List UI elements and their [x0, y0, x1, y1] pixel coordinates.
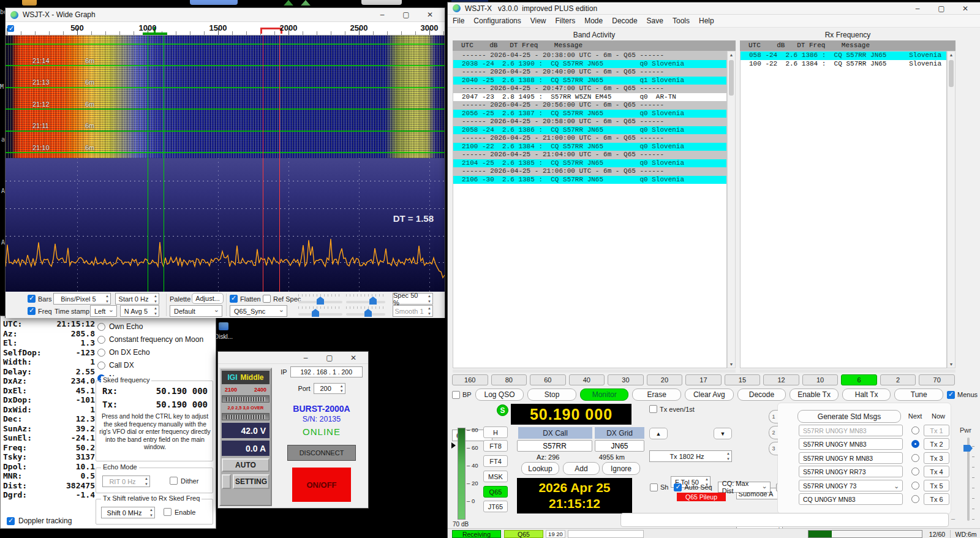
- enable-tx-button[interactable]: Enable Tx: [790, 388, 839, 401]
- band-button-17[interactable]: 17: [685, 374, 722, 385]
- band-button-6[interactable]: 6: [841, 374, 877, 385]
- maximize-icon[interactable]: ▢: [320, 352, 339, 364]
- erase-button[interactable]: Erase: [632, 388, 681, 401]
- mode-button-h[interactable]: H: [483, 426, 508, 438]
- flatten-checkbox[interactable]: Flatten: [230, 293, 261, 305]
- bins-pixel-spinner[interactable]: Bins/Pixel 5: [53, 293, 111, 305]
- tx-next-radio-6[interactable]: [911, 495, 919, 503]
- band-activity-row[interactable]: 2047 -23 2.8 1495 : S57RR W5ZN EM45 q0 A…: [453, 93, 726, 102]
- waterfall-and-spectrum[interactable]: 21:146m21:136m21:126m21:116m21:106m DT =…: [6, 36, 445, 292]
- amp-stub-button[interactable]: [222, 474, 231, 489]
- rx-frequency-row[interactable]: 100 -22 2.6 1384 : CQ S57RR JN65Slovenia: [741, 60, 946, 69]
- band-activity-row[interactable]: ------ 2026-04-25 - 20:56:00 UTC - 6m - …: [453, 101, 726, 110]
- adjust-button[interactable]: Adjust...: [192, 293, 224, 304]
- ref-spec-checkbox[interactable]: Ref Spec: [263, 293, 301, 305]
- band-activity-row[interactable]: 2058 -24 2.6 1386 : CQ S57RR JN65 q0 Slo…: [453, 126, 726, 135]
- menu-item-mode[interactable]: Mode: [584, 17, 603, 25]
- lookup-button[interactable]: Lookup: [521, 462, 559, 475]
- scrollbar-thumb[interactable]: [949, 60, 954, 87]
- disconnect-button[interactable]: DISCONNECT: [287, 445, 356, 461]
- dx-call-field[interactable]: S57RR: [517, 440, 592, 452]
- tx-now-button-2[interactable]: Tx 2: [924, 438, 949, 450]
- band-activity-row[interactable]: ------ 2026-04-25 - 21:00:00 UTC - 6m - …: [453, 134, 726, 143]
- tx-tab-1[interactable]: 1: [769, 410, 778, 423]
- maximize-icon[interactable]: ▢: [932, 2, 951, 15]
- band-button-30[interactable]: 30: [608, 374, 644, 385]
- doppler-option-2[interactable]: Constant frequency on Moon: [97, 335, 203, 344]
- doppler-tracking-checkbox[interactable]: Doppler tracking: [7, 517, 72, 525]
- menu-item-configurations[interactable]: Configurations: [473, 17, 521, 25]
- menu-item-save[interactable]: Save: [647, 17, 663, 25]
- enable-checkbox[interactable]: Enable: [164, 508, 195, 516]
- menu-item-view[interactable]: View: [530, 17, 546, 25]
- time-stamp-select[interactable]: Left: [90, 305, 117, 317]
- smooth-spinner[interactable]: Smooth 1: [393, 305, 433, 317]
- stop-button[interactable]: Stop: [527, 388, 576, 401]
- bars-checkbox[interactable]: Bars: [28, 293, 52, 305]
- doppler-option-4[interactable]: Call DX: [97, 361, 203, 369]
- port-spinner[interactable]: 200: [314, 383, 345, 394]
- tx-now-button-4[interactable]: Tx 4: [924, 466, 949, 477]
- tx-message-1[interactable]: S57RR UN0GY MN83: [799, 425, 903, 436]
- tx-tab-3[interactable]: 3: [769, 442, 778, 455]
- minimize-icon[interactable]: –: [908, 2, 927, 15]
- ip-field[interactable]: 192 . 168 . 1 . 200: [290, 366, 363, 377]
- band-activity-row[interactable]: ------ 2026-04-25 - 20:58:00 UTC - 6m - …: [453, 118, 726, 126]
- waterfall[interactable]: 21:146m21:136m21:126m21:116m21:106m: [6, 36, 445, 158]
- mode-button-jt65[interactable]: JT65: [483, 501, 508, 512]
- wide-graph-titlebar[interactable]: WSJT-X - Wide Graph – ▢ ✕: [6, 8, 445, 22]
- mode-button-msk[interactable]: MSK: [483, 471, 508, 482]
- main-titlebar[interactable]: WSJT-X v3.0.0 improved PLUS edition – ▢ …: [448, 2, 980, 15]
- palette-select[interactable]: Default: [170, 305, 222, 317]
- desktop-icon-disk[interactable]: Diskl...: [214, 322, 233, 341]
- amp-power-slider[interactable]: [222, 413, 270, 420]
- shift-spinner[interactable]: Shift 0 MHz: [101, 507, 155, 518]
- amp-auto-button[interactable]: AUTO: [222, 458, 270, 472]
- band-activity-row[interactable]: 2038 -24 2.6 1390 : CQ S57RR JN65 q0 Slo…: [453, 60, 726, 69]
- tx-next-radio-2[interactable]: [911, 440, 919, 448]
- slider-handle[interactable]: [312, 309, 319, 317]
- burst-titlebar[interactable]: – ▢ ✕: [218, 352, 368, 364]
- scroll-up-icon[interactable]: ▲: [948, 53, 955, 57]
- menu-item-tools[interactable]: Tools: [673, 17, 690, 25]
- rx-frequency-list[interactable]: 058 -24 2.6 1386 : CQ S57RR JN65Slovenia…: [740, 51, 947, 368]
- decode-button[interactable]: Decode: [737, 388, 786, 401]
- slider-handle[interactable]: [364, 309, 372, 317]
- band-button-10[interactable]: 10: [802, 374, 839, 385]
- scrollbar-thumb[interactable]: [729, 60, 734, 96]
- tx-message-6[interactable]: CQ UN0GY MN83: [799, 493, 903, 505]
- rx-frequency-row[interactable]: 058 -24 2.6 1386 : CQ S57RR JN65Slovenia: [741, 51, 946, 60]
- band-activity-row[interactable]: 2056 -25 2.6 1387 : CQ S57RR JN65 q0 Slo…: [453, 110, 726, 118]
- tune-up-button[interactable]: ▲: [649, 428, 668, 439]
- tx-next-radio-4[interactable]: [911, 468, 919, 475]
- tx-now-button-6[interactable]: Tx 6: [924, 493, 949, 505]
- mode-button-ft8[interactable]: FT8: [483, 440, 508, 452]
- doppler-option-3[interactable]: On DX Echo: [97, 348, 203, 357]
- rx-frequency-hscroll[interactable]: [740, 369, 956, 373]
- band-activity-row[interactable]: ------ 2026-04-25 - 21:06:00 UTC - 6m - …: [453, 167, 726, 176]
- generate-std-msgs-button[interactable]: Generate Std Msgs: [797, 410, 901, 423]
- rx-frequency-scrollbar[interactable]: ▲▼: [947, 51, 956, 368]
- band-button-2[interactable]: 2: [880, 374, 916, 385]
- scale-checkbox[interactable]: [7, 25, 14, 32]
- tx-next-radio-1[interactable]: [911, 426, 919, 434]
- s-meter-button[interactable]: S: [497, 404, 508, 416]
- menu-item-filters[interactable]: Filters: [556, 17, 576, 25]
- tune-button[interactable]: Tune: [894, 388, 943, 401]
- menu-item-file[interactable]: File: [453, 17, 464, 25]
- amp-setting-button[interactable]: SETTING: [233, 474, 270, 489]
- tx-message-5[interactable]: S57RR UN0GY 73: [799, 480, 903, 491]
- mode-button-ft4[interactable]: FT4: [483, 455, 508, 467]
- band-activity-row[interactable]: ------ 2026-04-25 - 20:47:00 UTC - 6m - …: [453, 85, 726, 93]
- tune-down-button[interactable]: ▼: [714, 428, 732, 439]
- band-activity-hscroll[interactable]: [453, 369, 736, 373]
- dx-grid-field[interactable]: JN65: [595, 440, 644, 452]
- minimize-icon[interactable]: –: [372, 9, 392, 21]
- tx-message-2[interactable]: S57RR UN0GY MN83: [799, 438, 903, 450]
- pwr-slider-handle[interactable]: [963, 445, 973, 452]
- scroll-up-icon[interactable]: ▲: [728, 53, 735, 57]
- spec-percent-spinner[interactable]: Spec 50 %: [393, 293, 433, 305]
- monitor-button[interactable]: Monitor: [580, 388, 629, 401]
- band-button-80[interactable]: 80: [491, 374, 527, 385]
- band-activity-scrollbar[interactable]: ▲▼: [727, 51, 736, 368]
